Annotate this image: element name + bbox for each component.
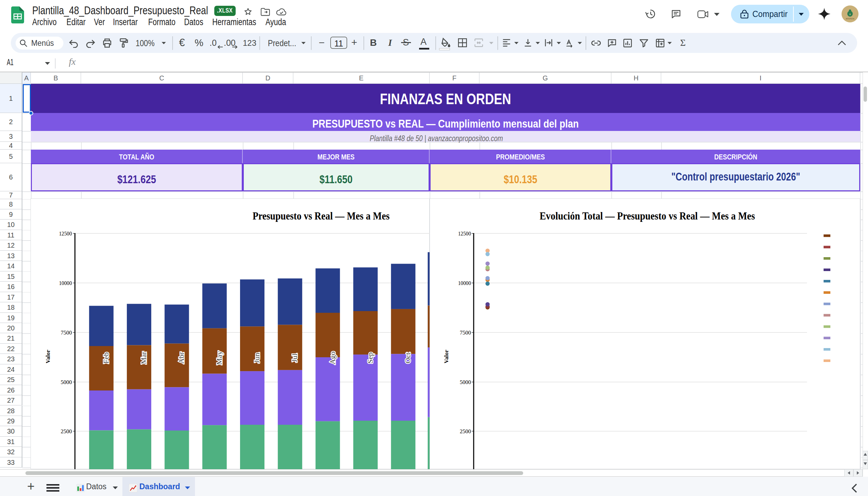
svg-text:Valor: Valor [45, 350, 51, 363]
svg-text:Valor: Valor [443, 350, 450, 363]
svg-text:2500: 2500 [61, 428, 72, 435]
svg-text:May: May [215, 351, 223, 365]
svg-text:5000: 5000 [61, 379, 72, 385]
svg-text:Sep: Sep [366, 353, 374, 364]
svg-text:12500: 12500 [458, 230, 471, 237]
svg-text:Evolución Total — Presupuesto: Evolución Total — Presupuesto vs Real — … [540, 210, 755, 222]
svg-text:Ago: Ago [328, 352, 337, 365]
svg-text:Mar: Mar [139, 352, 148, 364]
svg-text:5000: 5000 [460, 379, 471, 385]
svg-text:Presupuesto vs Real — Mes a Me: Presupuesto vs Real — Mes a Mes [253, 210, 390, 222]
svg-text:12500: 12500 [59, 230, 72, 237]
svg-text:Feb: Feb [102, 353, 110, 364]
svg-text:2500: 2500 [460, 428, 471, 435]
svg-text:AVANZA: AVANZA [846, 17, 854, 20]
svg-text:7500: 7500 [61, 329, 72, 336]
svg-text:Oct: Oct [403, 353, 412, 363]
svg-text:Jun: Jun [253, 353, 261, 363]
svg-text:$: $ [849, 13, 851, 16]
svg-text:7500: 7500 [460, 329, 471, 336]
svg-text:10000: 10000 [458, 280, 471, 286]
svg-text:10000: 10000 [59, 280, 72, 286]
svg-text:Abr: Abr [177, 352, 186, 364]
svg-text:Jul: Jul [290, 354, 299, 362]
